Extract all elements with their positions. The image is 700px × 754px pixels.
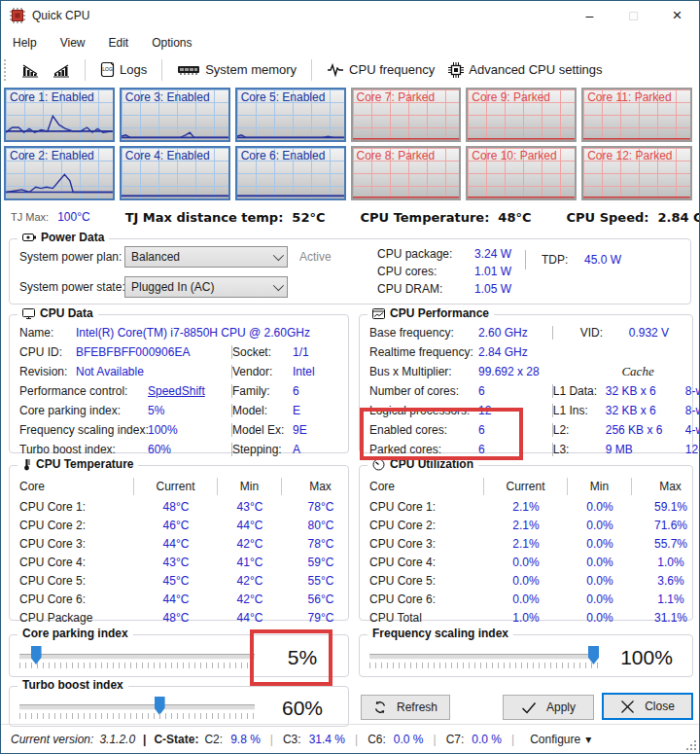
chart-descending-button[interactable]: [15, 59, 46, 81]
divider: [525, 250, 526, 269]
number-of-cores-label: Number of cores:: [369, 384, 478, 398]
table-row: CPU Core 6:0.0%0.0%1.1%: [369, 590, 692, 608]
maximize-button[interactable]: □: [612, 1, 655, 30]
power-state-select[interactable]: Plugged In (AC): [124, 276, 288, 298]
table-row: CPU Core 5:45°C42°C55°C: [19, 571, 348, 590]
l1-data-size: 32 KB x 6: [606, 384, 685, 398]
table-row: CPU Core 3:2.1%0.0%55.7%: [369, 534, 692, 553]
l1-ins-size: 32 KB x 6: [606, 404, 685, 417]
l3-ways: 12-way: [685, 443, 700, 456]
power-plan-select[interactable]: Balanced: [124, 246, 288, 268]
apply-button[interactable]: Apply: [503, 695, 594, 720]
title-bar: Quick CPU – □ ×: [1, 1, 699, 30]
socket-label: Socket:: [232, 345, 293, 359]
logs-button[interactable]: LOG Logs: [93, 58, 154, 81]
close-button[interactable]: Close: [602, 693, 693, 720]
refresh-button[interactable]: Refresh: [361, 695, 450, 720]
minimize-button[interactable]: –: [568, 1, 612, 30]
system-memory-button[interactable]: System memory: [170, 59, 303, 80]
model-ex-label: Model Ex:: [232, 423, 293, 437]
socket-value: 1/1: [293, 345, 309, 359]
toolbar-grip[interactable]: [4, 59, 10, 81]
monitor-icon: [22, 308, 35, 319]
table-row: CPU Core 4:0.0%0.0%1.0%: [369, 553, 692, 571]
c6-label: C6:: [368, 733, 386, 746]
core-label: Core 10: Parked: [472, 149, 556, 162]
core-parking-slider[interactable]: [19, 645, 255, 670]
menu-view[interactable]: View: [60, 36, 86, 50]
divider: |: [270, 733, 273, 746]
menu-options[interactable]: Options: [152, 36, 192, 50]
c3-label: C3:: [283, 733, 301, 746]
turbo-boost-value: 60%: [264, 697, 340, 720]
turbo-boost-index-label: Turbo boost index:: [19, 443, 148, 456]
l3-label: L3:: [553, 443, 606, 456]
chart-ascending-button[interactable]: [46, 59, 77, 81]
revision-value: Not Available: [76, 365, 144, 378]
turbo-boost-slider[interactable]: [19, 696, 255, 721]
cstate-label: C-State:: [154, 733, 198, 746]
cpu-name-label: Name:: [19, 326, 76, 340]
menu-help[interactable]: Help: [13, 36, 37, 50]
divider: |: [355, 733, 358, 746]
slider-track[interactable]: [19, 654, 255, 660]
table-row: CPU Total1.0%0.0%31.1%: [369, 608, 692, 627]
vendor-value: Intel: [293, 365, 315, 378]
resize-grip[interactable]: [686, 740, 697, 751]
table-row: CPU Package48°C44°C79°C: [19, 608, 348, 627]
configure-label: Configure: [530, 733, 580, 746]
chevron-down-icon: [273, 279, 284, 290]
cpu-name-value: Intel(R) Core(TM) i7-8850H CPU @ 2.60GHz: [76, 326, 310, 340]
c7-value: 0.0 %: [472, 733, 502, 746]
divider: |: [143, 733, 146, 746]
speedshift-link[interactable]: SpeedShift: [148, 384, 205, 398]
tjmax-label: TJ Max:: [11, 211, 49, 223]
core-label: Core 1: Enabled: [10, 90, 94, 104]
frequency-scaling-slider[interactable]: [369, 645, 599, 670]
slider-ticks: [19, 663, 255, 668]
spacer-row: [553, 342, 700, 362]
core-3-graph: Core 3: Enabled: [120, 88, 230, 142]
table-row: CPU Core 5:0.0%0.0%3.6%: [369, 571, 692, 590]
model-value: E: [293, 404, 300, 417]
advanced-cpu-settings-button[interactable]: Advanced CPU settings: [441, 59, 609, 81]
vid-label: VID:: [580, 326, 629, 340]
l1-ins-label: L1 Ins:: [553, 404, 606, 417]
menu-edit[interactable]: Edit: [108, 36, 128, 50]
core-label: Core 4: Enabled: [125, 149, 210, 162]
cpu-package-value: 3.24 W: [474, 247, 511, 261]
toolbar: LOG Logs System memory CPU frequency Adv…: [1, 54, 699, 85]
model-label: Model:: [232, 404, 293, 417]
chart-descending-icon: [21, 62, 39, 78]
c7-label: C7:: [446, 733, 465, 746]
core-label: Core 8: Parked: [357, 149, 436, 162]
slider-track[interactable]: [19, 704, 255, 710]
core-8-graph: Core 8: Parked: [351, 146, 462, 200]
family-value: 6: [293, 384, 299, 398]
cpu-id-label: CPU ID:: [19, 345, 76, 359]
l2-size: 256 KB x 6: [606, 423, 685, 437]
stepping-value: A: [293, 443, 300, 456]
core-label: Core 12: Parked: [587, 149, 672, 162]
realtime-frequency-value: 2.84 GHz: [478, 345, 528, 359]
cpu-frequency-button[interactable]: CPU frequency: [320, 59, 441, 80]
c3-value: 31.4 %: [309, 733, 345, 746]
cpu-utilization-section: CPU Utilization CoreCurrentMinMax CPU Co…: [359, 465, 693, 621]
core-11-graph: Core 11: Parked: [581, 88, 692, 142]
cpu-dram-value: 1.05 W: [474, 282, 511, 296]
cpu-cores-label: CPU cores:: [377, 265, 474, 278]
power-plan-value: Balanced: [131, 250, 180, 264]
slider-track[interactable]: [369, 654, 599, 660]
close-window-button[interactable]: ×: [655, 1, 699, 30]
table-header: CoreCurrentMinMax: [19, 476, 348, 497]
base-frequency-value: 2.60 GHz: [478, 326, 528, 340]
toolbar-separator: [161, 59, 162, 81]
version-label: Current version:: [11, 733, 93, 746]
c6-value: 0.0 %: [394, 733, 424, 746]
tjmax-distance-value: 52°C: [292, 210, 325, 225]
l1-ins-ways: 8-way: [685, 404, 700, 417]
core-label: Core 7: Parked: [357, 90, 436, 104]
stepping-label: Stepping:: [232, 443, 293, 456]
configure-dropdown[interactable]: Configure▾: [530, 733, 591, 746]
table-row: CPU Core 6:44°C42°C56°C: [19, 590, 348, 608]
